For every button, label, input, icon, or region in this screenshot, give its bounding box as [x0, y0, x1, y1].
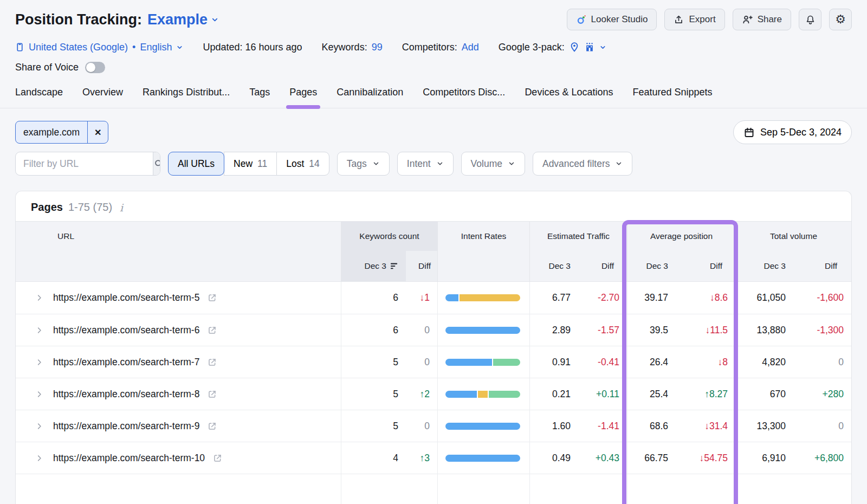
tab-landscape[interactable]: Landscape: [15, 87, 63, 108]
volume-diff-header[interactable]: Diff: [793, 251, 851, 281]
position-diff-header[interactable]: Diff: [676, 251, 735, 281]
info-icon[interactable]: i: [118, 202, 125, 214]
share-user-icon: [742, 14, 753, 25]
external-link-icon[interactable]: [207, 325, 217, 335]
tab-pages[interactable]: Pages: [289, 87, 317, 108]
looker-studio-label: Looker Studio: [591, 14, 648, 25]
total-volume-diff: 0: [793, 346, 851, 378]
dropdown-advanced-filters[interactable]: Advanced filters: [533, 152, 633, 176]
volume-date-header[interactable]: Dec 3: [735, 251, 793, 281]
location-language-selector[interactable]: United States (Google) • English: [15, 42, 183, 53]
segment-new[interactable]: New11: [224, 152, 277, 176]
segment-all-urls[interactable]: All URLs: [168, 152, 224, 176]
dropdown-tags[interactable]: Tags: [337, 152, 390, 176]
external-link-icon[interactable]: [207, 389, 217, 399]
looker-studio-button[interactable]: Looker Studio: [567, 9, 657, 30]
intent-rates-cell: [437, 378, 529, 410]
intent-rates-bar: [445, 391, 520, 398]
segment-lost[interactable]: Lost14: [276, 152, 329, 176]
traffic-diff-header[interactable]: Diff: [578, 251, 627, 281]
external-link-icon[interactable]: [207, 293, 217, 303]
page-url-link[interactable]: https://example.com/search-term-10: [53, 453, 205, 464]
share-button[interactable]: Share: [733, 9, 791, 30]
total-volume-value: 6,910: [735, 442, 793, 474]
project-selector[interactable]: Example: [147, 9, 219, 30]
search-button[interactable]: [153, 152, 160, 175]
expand-row-icon[interactable]: [35, 454, 43, 462]
dropdown-label: Volume: [471, 158, 502, 170]
column-header-total-volume: Total volume: [735, 222, 851, 251]
external-link-icon[interactable]: [207, 421, 217, 431]
segment-count: 14: [309, 158, 319, 170]
traffic-date-header[interactable]: Dec 3: [529, 251, 578, 281]
intent-rates-cell: [437, 410, 529, 442]
keywords-date-sort-header[interactable]: Dec 3: [341, 251, 406, 281]
location-pin-icon[interactable]: [569, 42, 580, 53]
tab-overview[interactable]: Overview: [82, 87, 123, 108]
tab-tags[interactable]: Tags: [249, 87, 270, 108]
keywords-diff-value: ↑3: [406, 442, 437, 474]
keywords-count-value: 5: [341, 378, 406, 410]
chip-remove-button[interactable]: ✕: [87, 121, 108, 143]
tab-cannibalization[interactable]: Cannibalization: [337, 87, 403, 108]
export-button[interactable]: Export: [664, 9, 724, 30]
dropdown-label: Tags: [347, 158, 367, 170]
total-volume-diff: -1,600: [793, 282, 851, 314]
external-link-icon[interactable]: [212, 453, 223, 463]
url-cell: https://example.com/search-term-7: [16, 346, 341, 378]
url-cell: https://example.com/search-term-9: [16, 410, 341, 442]
keywords-diff-value: 0: [406, 410, 437, 442]
tab-featured-snippets[interactable]: Featured Snippets: [632, 87, 712, 108]
language-label: English: [140, 42, 172, 53]
total-volume-value: 670: [735, 378, 793, 410]
table-row: https://example.com/search-term-85↑20.21…: [16, 378, 851, 410]
tab-rankings-distribut[interactable]: Rankings Distribut...: [143, 87, 230, 108]
chevron-down-icon: [211, 16, 219, 24]
page-url-link[interactable]: https://example.com/search-term-8: [53, 389, 199, 400]
expand-row-icon[interactable]: [35, 390, 43, 398]
partial-row: [16, 474, 851, 504]
expand-row-icon[interactable]: [35, 326, 43, 334]
intent-segment-yellow: [460, 294, 520, 301]
chevron-down-icon[interactable]: [599, 44, 606, 51]
expand-row-icon[interactable]: [35, 422, 43, 430]
tab-label: Competitors Disc...: [423, 87, 505, 98]
keywords-value-link[interactable]: 99: [372, 42, 383, 53]
page-url-link[interactable]: https://example.com/search-term-5: [53, 292, 199, 303]
expand-row-icon[interactable]: [35, 358, 43, 366]
project-meta: United States (Google) • English Updated…: [15, 40, 852, 54]
url-filter-chip: example.com ✕: [15, 121, 108, 144]
local-business-icon[interactable]: [584, 42, 595, 53]
total-volume-diff: -1,300: [793, 314, 851, 346]
keywords-count: Keywords: 99: [322, 42, 383, 53]
url-state-segmented-control: All URLsNew11Lost14: [168, 152, 329, 176]
tab-devices-locations[interactable]: Devices & Locations: [525, 87, 613, 108]
google-3-pack: Google 3-pack:: [499, 42, 606, 53]
intent-segment-blue: [445, 423, 520, 430]
average-position-diff: ↓8.6: [676, 282, 735, 314]
tab-label: Rankings Distribut...: [143, 87, 230, 98]
url-filter-input[interactable]: [16, 152, 153, 175]
total-volume-value: 13,880: [735, 314, 793, 346]
google-3-pack-label: Google 3-pack:: [499, 42, 565, 53]
page-url-link[interactable]: https://example.com/search-term-7: [53, 357, 199, 368]
average-position-diff: ↓11.5: [676, 314, 735, 346]
notifications-button[interactable]: [799, 9, 821, 30]
expand-row-icon[interactable]: [35, 294, 43, 302]
average-position-value: 39.17: [627, 282, 676, 314]
dropdown-intent[interactable]: Intent: [397, 152, 454, 176]
settings-button[interactable]: ⚙: [829, 9, 852, 30]
keywords-count-value: 6: [341, 282, 406, 314]
position-date-header[interactable]: Dec 3: [627, 251, 676, 281]
competitors-add-link[interactable]: Add: [462, 42, 479, 53]
page-url-link[interactable]: https://example.com/search-term-9: [53, 421, 199, 432]
keywords-diff-header[interactable]: Diff: [406, 251, 437, 281]
dropdown-volume[interactable]: Volume: [461, 152, 525, 176]
share-of-voice-toggle[interactable]: [85, 62, 105, 73]
date-range-picker[interactable]: Sep 5-Dec 3, 2024: [733, 120, 852, 144]
external-link-icon[interactable]: [207, 357, 217, 367]
tab-label: Featured Snippets: [632, 87, 712, 98]
table-row: https://example.com/search-term-7500.91-…: [16, 346, 851, 378]
tab-competitors-disc[interactable]: Competitors Disc...: [423, 87, 505, 108]
page-url-link[interactable]: https://example.com/search-term-6: [53, 325, 199, 336]
